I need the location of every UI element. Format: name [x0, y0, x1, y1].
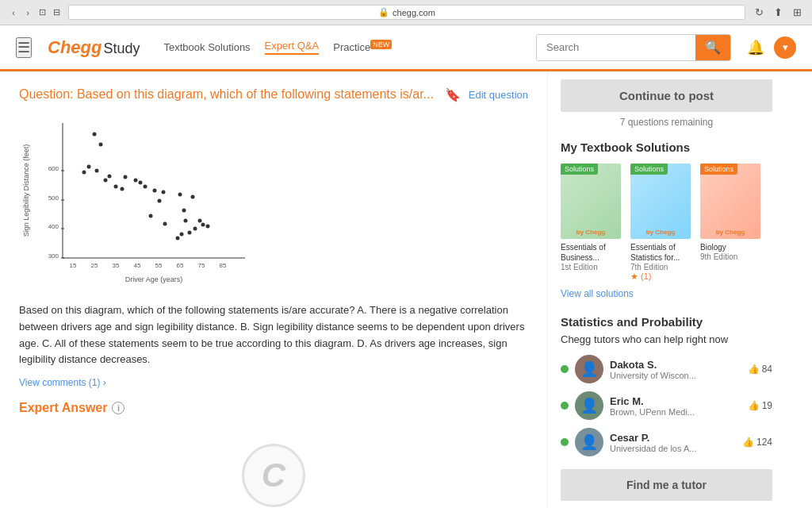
book-title-2: Essentials of Statistics for...: [630, 242, 694, 263]
svg-point-36: [162, 190, 166, 194]
svg-text:Sign Legibility Distance (feet: Sign Legibility Distance (feet): [22, 144, 30, 237]
solutions-badge-1: Solutions: [561, 164, 598, 175]
question-header: Question: Based on this diagram, which o…: [19, 87, 528, 102]
tutor-status-2: [561, 402, 569, 410]
close-btn[interactable]: ⊡: [36, 7, 48, 18]
tutors-section-title: Statistics and Probability: [561, 315, 772, 329]
find-tutor-button[interactable]: Find me a tutor: [561, 469, 772, 501]
svg-point-46: [176, 237, 180, 241]
svg-point-23: [87, 165, 91, 169]
svg-point-30: [134, 179, 138, 183]
content-area: Question: Based on this diagram, which o…: [0, 71, 547, 508]
svg-point-39: [182, 209, 186, 213]
lock-icon: 🔒: [378, 7, 389, 17]
edit-question-link[interactable]: Edit question: [469, 89, 528, 101]
book-title-3: Biology: [700, 242, 764, 252]
svg-point-32: [144, 185, 147, 189]
book-cover-2: by Chegg Solutions: [630, 164, 691, 239]
svg-point-28: [121, 187, 124, 191]
chegg-watermark: C: [242, 444, 305, 507]
svg-point-31: [139, 181, 143, 185]
tutor-name-1: Dakota S.: [610, 359, 741, 371]
svg-point-35: [158, 199, 162, 203]
textbook-section-title: My Textbook Solutions: [561, 140, 772, 154]
nav-links: Textbook Solutions Expert Q&A PracticeNE…: [163, 40, 392, 55]
question-body: Based on this diagram, which of the foll…: [19, 302, 528, 368]
svg-point-33: [149, 214, 153, 218]
tutor-avatar-2: 👤: [575, 391, 603, 420]
min-btn[interactable]: ⊟: [51, 7, 62, 18]
book-edition-1: 1st Edition: [561, 263, 624, 271]
tutor-info-2: Eric M. Brown, UPenn Medi...: [610, 395, 741, 417]
textbook-section: My Textbook Solutions by Chegg Solutions…: [561, 140, 772, 299]
thumb-icon-2: 👍: [748, 400, 760, 411]
reload-btn[interactable]: ↻: [752, 6, 766, 20]
tutor-name-2: Eric M.: [610, 395, 741, 407]
user-avatar[interactable]: ▾: [774, 37, 796, 59]
questions-remaining: 7 questions remaining: [561, 117, 772, 128]
svg-point-24: [95, 169, 99, 173]
book-cover-1: by Chegg Solutions: [561, 164, 621, 239]
continue-to-post-button[interactable]: Continue to post: [561, 79, 772, 112]
notifications-btn[interactable]: 🔔: [747, 39, 764, 56]
tutor-school-2: Brown, UPenn Medi...: [610, 407, 741, 417]
svg-text:65: 65: [177, 262, 184, 269]
book-cover-3: by Chegg Solutions: [700, 164, 760, 239]
tutor-status-1: [561, 365, 569, 373]
thumb-icon-3: 👍: [742, 437, 754, 448]
url-bar[interactable]: 🔒 chegg.com: [68, 5, 745, 20]
logo-study: Study: [103, 40, 140, 57]
svg-point-25: [104, 179, 108, 183]
svg-point-20: [93, 133, 97, 137]
search-bar: 🔍: [536, 34, 731, 61]
tutors-subtitle: Chegg tutors who can help right now: [561, 333, 772, 345]
expert-answer-section: Expert Answer i C An expert answer will …: [19, 401, 528, 508]
search-input[interactable]: [537, 35, 695, 60]
tutor-avatar-3: 👤: [575, 428, 603, 456]
tutor-info-1: Dakota S. University of Wiscon...: [610, 359, 741, 380]
chart-container: Sign Legibility Distance (feet) Driver A…: [19, 115, 257, 290]
view-all-solutions-link[interactable]: View all solutions: [561, 288, 772, 299]
book-card-3[interactable]: by Chegg Solutions Biology 9th Edition: [700, 164, 764, 282]
share-btn[interactable]: ⬆: [771, 6, 785, 20]
svg-text:Driver Age (years): Driver Age (years): [125, 275, 183, 283]
solutions-badge-2: Solutions: [630, 164, 668, 175]
new-tab-btn[interactable]: ⊞: [790, 6, 804, 20]
nav-icons: 🔔 ▾: [747, 37, 796, 59]
svg-text:45: 45: [134, 262, 141, 269]
book-card-1[interactable]: by Chegg Solutions Essentials of Busines…: [561, 164, 624, 282]
scatter-chart: Sign Legibility Distance (feet) Driver A…: [19, 115, 257, 290]
chegg-c-letter: C: [262, 456, 285, 495]
svg-text:35: 35: [113, 262, 120, 269]
view-comments-link[interactable]: View comments (1) ›: [19, 377, 106, 388]
svg-point-21: [99, 143, 103, 147]
browser-controls: ‹ › ⊡ ⊟: [8, 7, 62, 18]
expert-placeholder: C An expert answer will be posted here: [19, 428, 528, 508]
tutor-item-3: 👤 Cesar P. Universidad de los A... 👍 124: [561, 428, 772, 456]
forward-btn[interactable]: ›: [22, 7, 33, 18]
svg-point-34: [153, 189, 157, 193]
tutor-info-3: Cesar P. Universidad de los A...: [610, 432, 736, 453]
book-card-2[interactable]: by Chegg Solutions Essentials of Statist…: [630, 164, 694, 282]
thumb-icon-1: 👍: [748, 364, 760, 375]
book-edition-2: 7th Edition: [630, 263, 694, 271]
svg-point-22: [82, 171, 86, 175]
bookmark-button[interactable]: 🔖: [445, 87, 461, 102]
tutor-school-3: Universidad de los A...: [610, 444, 736, 453]
search-button[interactable]: 🔍: [695, 35, 730, 60]
hamburger-menu[interactable]: ☰: [16, 37, 32, 58]
nav-expert-qa[interactable]: Expert Q&A: [265, 40, 320, 55]
tutor-item-1: 👤 Dakota S. University of Wiscon... 👍 84: [561, 355, 772, 383]
nav-practice[interactable]: PracticeNEW: [333, 40, 392, 53]
back-btn[interactable]: ‹: [8, 7, 19, 18]
svg-point-47: [180, 233, 184, 237]
svg-point-42: [193, 227, 197, 231]
info-icon: i: [112, 402, 124, 414]
tutor-status-3: [561, 438, 569, 446]
svg-text:15: 15: [70, 262, 77, 269]
nav-textbook-solutions[interactable]: Textbook Solutions: [163, 41, 250, 53]
book-title-1: Essentials of Business...: [561, 242, 624, 263]
main-layout: Question: Based on this diagram, which o…: [0, 71, 812, 508]
svg-point-27: [114, 185, 118, 189]
tutor-rating-1: 👍 84: [748, 364, 772, 375]
